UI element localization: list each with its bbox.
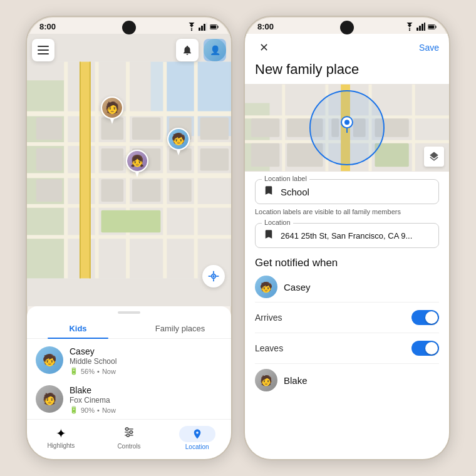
save-button[interactable]: Save <box>419 43 439 53</box>
signal-icon-casey: • <box>97 368 100 375</box>
blake-name: Blake <box>70 385 222 395</box>
map-controls: 👤 <box>32 39 226 61</box>
svg-rect-18 <box>95 62 99 279</box>
svg-rect-31 <box>132 118 160 140</box>
status-icons-2 <box>405 23 437 31</box>
casey-arrives-toggle[interactable] <box>411 310 439 325</box>
battery-icon-blake: 🔋 <box>70 406 78 414</box>
pin-face-1: 🧑 <box>102 98 122 118</box>
casey-leaves-row: Leaves <box>255 337 439 360</box>
controls-label: Controls <box>117 443 140 450</box>
list-item[interactable]: 🧑 Blake Fox Cinema 🔋 90% • Now <box>27 380 231 419</box>
svg-rect-27 <box>36 179 62 202</box>
svg-rect-59 <box>424 23 425 31</box>
casey-arrives-row: Arrives <box>255 306 439 329</box>
svg-rect-26 <box>36 148 62 171</box>
pin-face-2: 👧 <box>127 151 147 171</box>
casey-avatar: 🧒 <box>36 346 63 374</box>
pin-field-icon <box>263 229 274 240</box>
arrives-label: Arrives <box>255 313 282 323</box>
form-section: Location label School Location labels ar… <box>245 172 449 459</box>
casey-status-time: Now <box>102 368 116 375</box>
bell-button[interactable] <box>176 39 199 61</box>
status-icons-1 <box>187 23 219 31</box>
layers-icon <box>428 151 440 162</box>
svg-point-55 <box>409 29 410 30</box>
svg-rect-70 <box>412 85 415 171</box>
casey-info: Casey Middle School 🔋 56% • Now <box>70 346 222 375</box>
svg-rect-22 <box>80 62 91 279</box>
screen-header: ✕ Save <box>245 34 449 61</box>
list-item[interactable]: 🧒 Casey Middle School 🔋 56% • Now <box>27 341 231 380</box>
layers-button[interactable] <box>424 147 444 167</box>
svg-rect-33 <box>132 179 160 202</box>
svg-rect-21 <box>194 62 198 279</box>
location-address-value: 2641 25th St, San Francisco, CA 9... <box>281 231 412 241</box>
location-label: Location <box>185 443 209 450</box>
svg-rect-79 <box>375 143 408 167</box>
svg-point-0 <box>191 29 192 30</box>
pin-face-3: 🧒 <box>168 129 189 149</box>
casey-notify-label: Casey <box>284 282 311 292</box>
svg-rect-37 <box>200 118 229 140</box>
battery-icon-casey: 🔋 <box>70 367 78 375</box>
blake-place: Fox Cinema <box>70 396 222 405</box>
svg-rect-56 <box>416 28 418 31</box>
nav-location[interactable]: Location <box>163 423 231 453</box>
nav-controls[interactable]: Controls <box>95 423 163 453</box>
svg-rect-58 <box>422 24 423 31</box>
location-label-hint: Location labels are visible to all famil… <box>255 208 439 215</box>
casey-face: 🧒 <box>36 346 63 374</box>
notch-1 <box>122 21 136 34</box>
blake-face: 🧑 <box>36 385 63 413</box>
svg-point-44 <box>212 275 214 277</box>
blake-notify-label: Blake <box>284 375 308 386</box>
svg-point-52 <box>126 428 128 430</box>
person-pin-2: 👧 <box>126 150 148 177</box>
casey-notify-name: 🧒 Casey <box>255 276 439 298</box>
status-time-1: 8:00 <box>39 22 56 31</box>
wifi-icon <box>187 23 196 31</box>
blake-avatar: 🧑 <box>36 385 63 413</box>
person-list: 🧒 Casey Middle School 🔋 56% • Now 🧑 <box>27 339 231 419</box>
menu-button[interactable] <box>32 39 54 61</box>
divider-after-leaves <box>255 363 439 364</box>
map-pin-center <box>339 115 354 136</box>
notify-person-casey: 🧒 Casey Arrives Leaves <box>255 276 439 364</box>
highlights-label: Highlights <box>47 442 75 449</box>
status-bar-1: 8:00 <box>27 17 231 34</box>
svg-rect-41 <box>38 49 49 51</box>
svg-rect-57 <box>419 26 421 31</box>
user-avatar-face: 👤 <box>204 39 226 61</box>
pin-tail-1 <box>110 119 114 124</box>
svg-rect-36 <box>169 179 192 202</box>
casey-name: Casey <box>70 346 222 356</box>
sliders-icon <box>123 426 135 438</box>
svg-rect-23 <box>80 62 81 279</box>
drag-handle <box>118 311 140 314</box>
svg-rect-72 <box>251 118 279 137</box>
location-label-field[interactable]: Location label School <box>255 179 439 204</box>
controls-icon <box>123 426 135 442</box>
casey-battery: 56% <box>81 368 95 375</box>
tab-kids[interactable]: Kids <box>27 319 129 338</box>
location-address-field[interactable]: Location 2641 25th St, San Francisco, CA… <box>255 223 439 248</box>
tab-family-places[interactable]: Family places <box>129 319 231 338</box>
svg-rect-40 <box>38 46 49 47</box>
location-field-icon <box>263 229 274 242</box>
signal-icon-blake: • <box>97 406 100 414</box>
svg-rect-61 <box>435 26 436 28</box>
nav-highlights[interactable]: ✦ Highlights <box>27 423 95 453</box>
person-pin-3: 🧒 <box>167 128 190 155</box>
location-label-content: School <box>263 185 431 199</box>
blake-info: Blake Fox Cinema 🔋 90% • Now <box>70 385 222 414</box>
user-avatar-button[interactable]: 👤 <box>204 39 226 61</box>
bottom-sheet: Kids Family places 🧒 Casey Middle School… <box>27 306 231 419</box>
status-bar-2: 8:00 <box>245 17 449 34</box>
close-button[interactable]: ✕ <box>255 39 272 56</box>
svg-rect-25 <box>36 118 62 140</box>
location-nav-icon <box>192 428 203 440</box>
casey-leaves-toggle[interactable] <box>411 341 439 356</box>
svg-point-81 <box>344 120 349 125</box>
center-location-button[interactable] <box>202 265 225 287</box>
